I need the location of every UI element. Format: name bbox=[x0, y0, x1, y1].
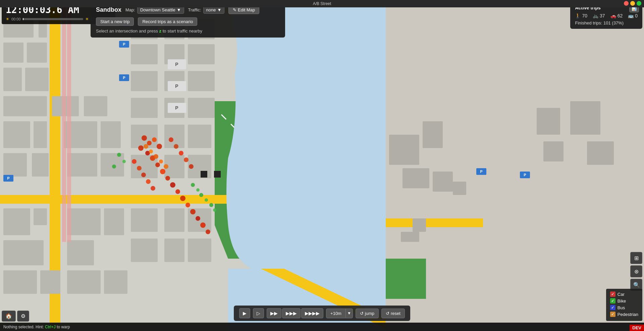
svg-point-129 bbox=[179, 151, 183, 155]
fast1-button[interactable]: ▶▶ bbox=[267, 308, 281, 318]
svg-point-111 bbox=[200, 222, 206, 228]
svg-text:P: P bbox=[175, 83, 178, 89]
map-canvas: P P P P P P P P bbox=[0, 7, 644, 331]
home-button[interactable]: 🏠 bbox=[2, 311, 16, 322]
svg-rect-51 bbox=[164, 125, 184, 148]
svg-point-127 bbox=[169, 137, 173, 142]
car-label: Car bbox=[618, 292, 625, 297]
svg-rect-20 bbox=[3, 121, 30, 148]
svg-rect-145 bbox=[433, 172, 453, 192]
minimize-button[interactable] bbox=[630, 1, 635, 6]
svg-rect-155 bbox=[543, 141, 564, 161]
map-controls: ⊞ ⊛ 🔍 bbox=[630, 252, 642, 291]
settings-button[interactable]: ⚙ bbox=[17, 311, 29, 322]
svg-point-98 bbox=[152, 137, 157, 142]
trips-finished: Finished trips: 101 (37%) bbox=[575, 20, 638, 25]
chevron-down-icon-2: ▼ bbox=[217, 7, 222, 12]
bottom-left-controls: 🏠 ⚙ bbox=[2, 311, 29, 322]
svg-rect-15 bbox=[3, 68, 22, 91]
car-stat: 🚗 62 bbox=[610, 13, 623, 18]
map-value: Downtown Seattle bbox=[140, 7, 175, 12]
maximize-button[interactable] bbox=[637, 1, 641, 6]
legend-bike[interactable]: ✓ Bike bbox=[610, 298, 638, 304]
titlebar-controls bbox=[624, 1, 641, 6]
svg-rect-56 bbox=[131, 208, 158, 232]
car-count: 62 bbox=[618, 13, 623, 18]
layers-button[interactable]: ⊞ bbox=[630, 252, 642, 264]
fast2-button[interactable]: ▶▶▶ bbox=[282, 308, 301, 318]
stack-layers-button[interactable]: ⊛ bbox=[630, 265, 642, 277]
svg-text:P: P bbox=[123, 76, 125, 80]
svg-rect-44 bbox=[131, 71, 158, 91]
playback-bar: ▶ ▷ ▶▶ ▶▶▶ ▶▶▶▶ +10m ▼ ↺ jump ↺ reset bbox=[234, 306, 410, 321]
svg-point-119 bbox=[122, 160, 126, 163]
svg-rect-157 bbox=[401, 232, 419, 242]
legend-car[interactable]: ✓ Car bbox=[610, 291, 638, 297]
svg-point-136 bbox=[151, 186, 155, 191]
timeline-bar bbox=[23, 18, 83, 20]
dev-badge: DEV bbox=[630, 325, 644, 331]
svg-point-95 bbox=[142, 135, 147, 141]
svg-point-128 bbox=[174, 144, 178, 149]
svg-text:P: P bbox=[524, 173, 526, 177]
svg-rect-156 bbox=[587, 141, 614, 165]
hint-suffix: to start traffic nearby bbox=[161, 28, 202, 34]
svg-rect-35 bbox=[40, 270, 60, 294]
svg-text:P: P bbox=[175, 105, 178, 111]
svg-rect-23 bbox=[101, 121, 121, 148]
svg-rect-47 bbox=[131, 98, 158, 118]
jump-button[interactable]: ↺ jump bbox=[356, 309, 379, 318]
svg-point-125 bbox=[209, 203, 213, 207]
svg-point-108 bbox=[185, 203, 190, 207]
svg-rect-13 bbox=[3, 43, 23, 63]
svg-rect-29 bbox=[34, 208, 47, 225]
svg-rect-7 bbox=[0, 195, 228, 204]
svg-text:P: P bbox=[175, 62, 178, 67]
pedestrian-icon: 🚶 bbox=[575, 13, 581, 18]
legend: ✓ Car ✓ Bike ✓ Bus ✓ Pedestrian bbox=[606, 289, 642, 321]
svg-point-133 bbox=[137, 166, 142, 171]
svg-rect-31 bbox=[104, 208, 124, 235]
map-label: Map: bbox=[125, 7, 135, 12]
reset-button[interactable]: ↺ reset bbox=[381, 309, 405, 318]
svg-point-99 bbox=[157, 144, 162, 149]
start-new-trip-button[interactable]: Start a new trip bbox=[96, 17, 134, 26]
svg-point-124 bbox=[205, 198, 208, 202]
svg-rect-158 bbox=[413, 218, 426, 232]
svg-point-134 bbox=[141, 173, 146, 177]
svg-rect-28 bbox=[3, 208, 30, 235]
svg-point-122 bbox=[196, 188, 200, 192]
svg-text:P: P bbox=[7, 176, 9, 180]
svg-point-96 bbox=[147, 141, 152, 145]
svg-rect-34 bbox=[3, 270, 37, 294]
svg-point-118 bbox=[117, 153, 121, 157]
reset-icon: ↺ bbox=[386, 311, 389, 316]
svg-rect-26 bbox=[67, 153, 97, 177]
record-trips-button[interactable]: Record trips as a scenario bbox=[138, 17, 197, 26]
trips-stats: 🚶 70 🚲 37 🚗 62 🚌 0 bbox=[575, 13, 638, 18]
map-area[interactable]: P P P P P P P P bbox=[0, 7, 644, 331]
fast3-button[interactable]: ▶▶▶▶ bbox=[301, 308, 323, 318]
svg-rect-27 bbox=[101, 153, 124, 177]
svg-point-106 bbox=[175, 189, 180, 194]
svg-point-117 bbox=[164, 164, 168, 169]
svg-rect-46 bbox=[188, 71, 215, 91]
time-jump-dropdown-icon[interactable]: ▼ bbox=[345, 309, 353, 318]
svg-point-130 bbox=[184, 157, 189, 162]
bus-checkbox: ✓ bbox=[610, 305, 615, 310]
legend-pedestrian[interactable]: ✓ Pedestrian bbox=[610, 312, 638, 317]
reset-label: reset bbox=[391, 311, 400, 316]
legend-bus[interactable]: ✓ Bus bbox=[610, 305, 638, 310]
status-text: Nothing selected. Hint: Ctrl+J to warp bbox=[3, 325, 70, 329]
step-button[interactable]: ▷ bbox=[253, 308, 264, 318]
bike-stat: 🚲 37 bbox=[593, 13, 605, 18]
svg-point-114 bbox=[149, 149, 153, 153]
svg-rect-88 bbox=[201, 171, 207, 178]
play-button[interactable]: ▶ bbox=[239, 308, 250, 318]
time-start: 00:00 bbox=[11, 17, 21, 21]
svg-rect-43 bbox=[188, 44, 215, 64]
close-button[interactable] bbox=[624, 1, 629, 6]
time-jump-button[interactable]: +10m bbox=[326, 309, 345, 318]
status-bar: Nothing selected. Hint: Ctrl+J to warp D… bbox=[0, 323, 644, 331]
svg-rect-153 bbox=[537, 108, 560, 135]
